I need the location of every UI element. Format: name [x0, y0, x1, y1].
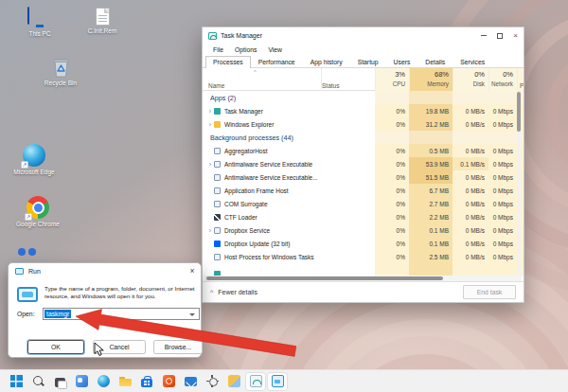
- cpu-value: 0%: [375, 237, 409, 250]
- maximize-button[interactable]: [491, 28, 507, 43]
- taskbar-settings-button[interactable]: [202, 372, 222, 391]
- process-row[interactable]: ›Antimalware Service Executable0%53.9 MB…: [203, 157, 524, 170]
- cpu-value: 0%: [375, 210, 409, 223]
- taskbar-mail-button[interactable]: [180, 372, 201, 391]
- column-header-power-partial[interactable]: Po: [517, 68, 524, 91]
- desktop-icon-label: Google Chrome: [16, 221, 60, 228]
- dropdown-arrow-icon[interactable]: [189, 313, 195, 316]
- process-row[interactable]: Antimalware Service Executable...0%51.5 …: [203, 170, 524, 184]
- column-header-disk[interactable]: 0% Disk: [453, 68, 488, 91]
- process-row[interactable]: ›Dropbox Service0%0.1 MB0 MB/s0 Mbps: [203, 223, 524, 237]
- tab-details[interactable]: Details: [417, 56, 453, 68]
- taskbar-office-button[interactable]: [158, 372, 179, 391]
- partially-hidden-desktop-icon: [18, 248, 36, 256]
- tab-users[interactable]: Users: [386, 56, 418, 68]
- memory-value: 31.2 MB: [409, 117, 453, 131]
- cancel-button[interactable]: Cancel: [93, 340, 146, 354]
- vertical-scrollbar[interactable]: [517, 91, 521, 276]
- cpu-value: 0%: [375, 184, 409, 197]
- menu-view[interactable]: View: [262, 46, 288, 53]
- process-name: Application Frame Host: [224, 187, 289, 194]
- taskbar-task-view-button[interactable]: [49, 372, 70, 391]
- process-group-row[interactable]: Background processes (44): [203, 131, 524, 144]
- open-input-value[interactable]: taskmgr: [44, 310, 71, 318]
- process-icon: [214, 214, 221, 221]
- browse-button[interactable]: Browse...: [153, 340, 203, 354]
- close-icon[interactable]: ×: [184, 266, 201, 276]
- cpu-value: 0%: [375, 104, 409, 117]
- tab-app-history[interactable]: App history: [303, 56, 350, 68]
- edge-icon: ↗: [23, 144, 45, 167]
- minimize-button[interactable]: [475, 28, 491, 43]
- network-value: 0 Mbps: [488, 184, 517, 197]
- run-app-icon: [15, 268, 24, 275]
- process-row[interactable]: AggregatorHost0%0.5 MB0 MB/s0 Mbps: [203, 144, 524, 157]
- column-header-network[interactable]: 0% Network: [488, 68, 517, 91]
- network-value: 0 Mbps: [488, 117, 517, 131]
- run-glyph-icon: [17, 287, 38, 302]
- expand-chevron-icon[interactable]: ›: [206, 227, 214, 234]
- desktop-icon-label: This PC: [28, 30, 50, 38]
- process-row[interactable]: CTF Loader0%2.2 MB0 MB/s0 Mbps: [203, 210, 524, 223]
- memory-value: 2.5 MB: [409, 250, 453, 263]
- process-row[interactable]: Application Frame Host0%6.7 MB0 MB/s0 Mb…: [203, 184, 524, 197]
- tab-processes[interactable]: Processes: [205, 56, 251, 69]
- taskbar-file-explorer-button[interactable]: [115, 372, 135, 391]
- tab-performance[interactable]: Performance: [251, 56, 303, 68]
- cpu-value: 0%: [375, 170, 409, 184]
- group-label: Background processes (44): [210, 134, 293, 142]
- task-manager-titlebar[interactable]: Task Manager ×: [203, 27, 524, 44]
- taskbar-pinned-app-button[interactable]: [223, 372, 244, 391]
- process-row[interactable]: Dropbox Update (32 bit)0%0.1 MB0 MB/s0 M…: [203, 237, 524, 250]
- taskbar-store-button[interactable]: [136, 372, 157, 391]
- close-button[interactable]: ×: [507, 28, 524, 43]
- process-group-row[interactable]: Apps (2): [203, 91, 524, 104]
- cpu-value: 0%: [375, 144, 409, 157]
- column-header-memory[interactable]: 68% Memory: [409, 68, 453, 91]
- taskbar-run-button[interactable]: [267, 372, 288, 391]
- menu-options[interactable]: Options: [229, 46, 262, 53]
- desktop-icon-chrome[interactable]: ↗ Google Chrome: [13, 196, 62, 228]
- chevron-up-icon: ^: [210, 289, 213, 295]
- column-header-status[interactable]: Status: [321, 68, 375, 91]
- run-dialog-titlebar[interactable]: Run ×: [9, 263, 201, 278]
- process-icon: [214, 227, 221, 234]
- office-icon: [163, 375, 175, 387]
- pinned-app-icon: [228, 375, 240, 387]
- desktop-icon-document[interactable]: C.Init.Rem: [76, 8, 129, 35]
- tab-startup[interactable]: Startup: [350, 56, 386, 68]
- end-task-button[interactable]: End task: [463, 285, 516, 299]
- desktop-icon-edge[interactable]: ↗ Microsoft Edge: [9, 144, 59, 176]
- shortcut-arrow-icon: ↗: [21, 161, 28, 169]
- process-name: Task Manager: [224, 108, 263, 115]
- ok-button[interactable]: OK: [27, 340, 84, 354]
- tab-services[interactable]: Services: [453, 56, 492, 68]
- taskbar-task-manager-button[interactable]: [245, 372, 266, 391]
- process-row[interactable]: ›Task Manager0%19.8 MB0 MB/s0 Mbps: [203, 104, 524, 117]
- cpu-value: 0%: [375, 157, 409, 170]
- desktop-icon-this-pc[interactable]: This PC: [15, 8, 64, 38]
- process-row-partial[interactable]: [203, 263, 524, 276]
- desktop-icon-recycle-bin[interactable]: Recycle Bin: [34, 57, 87, 87]
- column-header-cpu[interactable]: 3% CPU: [375, 68, 409, 91]
- taskbar-search-button[interactable]: [27, 372, 48, 391]
- taskbar-start-button[interactable]: [6, 372, 27, 391]
- network-value: 0 Mbps: [488, 144, 517, 157]
- taskbar-edge-button[interactable]: [93, 372, 114, 391]
- network-value: 0 Mbps: [488, 210, 517, 223]
- open-combobox[interactable]: taskmgr: [43, 308, 200, 320]
- process-icon: [214, 254, 221, 260]
- menu-file[interactable]: File: [207, 46, 229, 53]
- expand-chevron-icon[interactable]: ›: [206, 121, 214, 128]
- taskbar-widgets-button[interactable]: [71, 372, 92, 391]
- expand-chevron-icon[interactable]: ›: [206, 108, 214, 115]
- expand-chevron-icon[interactable]: ›: [206, 161, 214, 168]
- sort-ascending-icon: ^: [254, 69, 257, 75]
- process-icon: [214, 161, 221, 168]
- process-row[interactable]: ›Windows Explorer0%31.2 MB0 MB/s0 Mbps: [203, 117, 524, 131]
- process-name: Dropbox Update (32 bit): [224, 241, 290, 247]
- disk-value: 0 MB/s: [453, 170, 488, 184]
- process-row[interactable]: Host Process for Windows Tasks0%2.5 MB0 …: [203, 250, 524, 263]
- process-row[interactable]: COM Surrogate0%2.7 MB0 MB/s0 Mbps: [203, 197, 524, 210]
- fewer-details-toggle[interactable]: ^ Fewer details: [210, 289, 257, 295]
